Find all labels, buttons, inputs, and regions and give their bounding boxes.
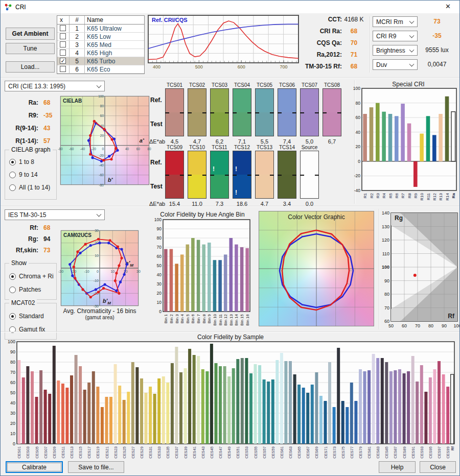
svg-text:Rf: Rf [448, 313, 455, 320]
delta-e-value: 7,1 [231, 138, 253, 145]
app-icon [4, 3, 12, 11]
svg-text:CES23: CES23 [113, 446, 118, 459]
tcs-swatch [165, 151, 184, 199]
cri-method-dropdown[interactable]: CRI (CIE 13.3: 1995) [5, 81, 105, 91]
tcs-swatch [300, 151, 319, 199]
svg-text:500: 500 [195, 64, 203, 69]
load-button[interactable]: Load... [6, 61, 55, 73]
stat-row: R(9-14):43 [7, 125, 50, 132]
delta-e-value: 5,0 [298, 138, 320, 145]
svg-text:CES83: CES83 [376, 446, 380, 459]
svg-text:R12: R12 [432, 193, 437, 200]
metric-selector-dropdown[interactable]: CRI R9 [373, 31, 418, 41]
row-checkbox[interactable]: ✓ [60, 58, 66, 64]
table-row[interactable]: 4K65 High [57, 49, 144, 57]
tune-button[interactable]: Tune [6, 43, 55, 54]
svg-text:-20: -20 [354, 173, 361, 178]
svg-text:CES19: CES19 [96, 446, 100, 459]
metric-row: TM-30-15 Rf:68 [302, 63, 366, 72]
svg-text:R7: R7 [401, 193, 405, 198]
svg-text:R11: R11 [426, 193, 431, 200]
stat-row: Ra:68 [7, 99, 50, 106]
svg-text:10: 10 [110, 270, 114, 273]
svg-text:Bin 15: Bin 15 [240, 314, 244, 325]
metric-selector-dropdown[interactable]: Duv [373, 59, 418, 70]
svg-text:b*: b* [108, 177, 113, 183]
chevron-down-icon [97, 83, 102, 88]
stat-row: Rg:94 [7, 235, 50, 243]
svg-text:90: 90 [442, 323, 447, 328]
svg-text:60: 60 [100, 114, 104, 117]
svg-text:80: 80 [356, 101, 361, 106]
calibrate-button[interactable]: Calibrate [6, 461, 63, 473]
color-vector-graphic: Color Vector Graphic [259, 211, 374, 326]
metric-selector-value: 9555 lux [421, 46, 453, 54]
table-row[interactable]: 1K65 Ultralow [57, 25, 144, 33]
svg-text:CES11: CES11 [61, 446, 65, 458]
tm30-method-dropdown[interactable]: IES TM-30-15 [5, 209, 105, 220]
svg-text:CES53: CES53 [244, 446, 249, 459]
close-window-button[interactable]: ✕ [436, 1, 459, 13]
source-table: x # Name 1K65 Ultralow2K65 Low3K65 Med4K… [57, 15, 145, 74]
metric-row: CRI Ra:68 [302, 28, 366, 37]
radio-option[interactable]: Standard [9, 313, 44, 320]
svg-text:20: 20 [100, 134, 104, 137]
svg-text:700: 700 [280, 64, 287, 69]
tcs-label: TCS03 [209, 82, 231, 88]
show-group: Show Chroma + RiPatches [5, 263, 57, 300]
row-name: K65 Med [85, 41, 144, 49]
close-button[interactable]: Close [420, 461, 456, 473]
table-row[interactable]: 6K65 Eco [57, 65, 144, 74]
svg-text:110: 110 [382, 251, 389, 256]
radio-option[interactable]: All (1 to 14) [9, 184, 50, 191]
svg-text:-40: -40 [354, 188, 361, 193]
svg-text:CES57: CES57 [262, 446, 267, 459]
svg-text:a*: a* [140, 137, 145, 144]
svg-text:140: 140 [382, 210, 389, 216]
radio-option[interactable]: Chroma + Ri [9, 273, 54, 280]
svg-text:R8: R8 [407, 193, 412, 198]
metric-selector-dropdown[interactable]: Brightness [373, 45, 418, 56]
svg-text:0: 0 [13, 441, 15, 446]
table-row[interactable]: 2K65 Low [57, 33, 144, 41]
svg-text:CES79: CES79 [358, 446, 363, 459]
svg-text:40: 40 [125, 147, 129, 151]
radio-option[interactable]: Patches [9, 286, 41, 293]
row-checkbox[interactable] [60, 50, 66, 56]
metric-selector-dropdown[interactable]: MCRI Rm [373, 16, 418, 27]
svg-text:Bin 12: Bin 12 [223, 314, 228, 325]
table-row[interactable]: 3K65 Med [57, 41, 144, 49]
svg-text:CES67: CES67 [306, 446, 310, 459]
svg-text:CES27: CES27 [131, 446, 135, 459]
tcs-label: TCS08 [321, 82, 343, 88]
row-checkbox[interactable] [60, 25, 66, 31]
svg-text:130: 130 [382, 224, 389, 229]
cri-window: CRI ✕ Get Ambient Tune Load... x # Name … [0, 0, 460, 476]
svg-text:CES69: CES69 [314, 446, 319, 459]
svg-text:70: 70 [157, 245, 162, 250]
tcs-swatch [165, 88, 184, 136]
svg-text:600: 600 [238, 64, 245, 69]
tcs-label: TCS07 [298, 82, 320, 88]
spectral-chart: 400500600700Ref. CRI/CQS [148, 15, 299, 70]
get-ambient-button[interactable]: Get Ambient [6, 28, 55, 40]
row-checkbox[interactable] [60, 33, 66, 39]
row-checkbox[interactable] [60, 41, 66, 47]
svg-text:-40: -40 [80, 147, 85, 151]
cvg-title: Color Vector Graphic [288, 213, 344, 221]
radio-option[interactable]: 9 to 14 [9, 171, 38, 178]
row-name: K65 Ultralow [85, 25, 144, 32]
svg-text:CES89: CES89 [402, 446, 407, 459]
save-to-file-button[interactable]: Save to file... [68, 461, 124, 473]
svg-text:CES25: CES25 [122, 446, 127, 459]
svg-text:R1: R1 [363, 193, 367, 198]
metric-row: CQS Qa:70 [302, 39, 366, 49]
row-checkbox[interactable] [60, 66, 66, 72]
help-button[interactable]: Help [379, 461, 416, 473]
svg-text:R6: R6 [395, 193, 399, 198]
special-cri-chart: -40-20020406080100R1R2R3R4R5R6R7R8R9R10R… [346, 87, 458, 205]
radio-option[interactable]: 1 to 8 [9, 158, 34, 165]
delta-e-value: 4,5 [164, 138, 186, 145]
table-row[interactable]: ✓5K65 Turbo [57, 57, 144, 65]
svg-text:CES73: CES73 [332, 446, 337, 459]
